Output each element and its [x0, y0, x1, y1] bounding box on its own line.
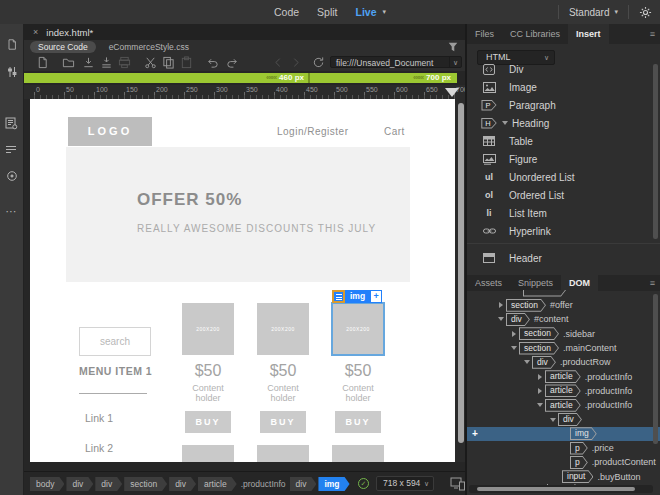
document-size-selector[interactable]: 718 x 594 ∨ [376, 476, 434, 491]
element-display-tag-label[interactable]: img [345, 290, 370, 303]
tag-selector-selected-item[interactable]: img [318, 477, 349, 491]
product-image-placeholder[interactable]: 200X200 [182, 303, 234, 355]
dom-tag-pill[interactable]: article [545, 370, 581, 383]
dom-tag-pill[interactable]: p [570, 456, 588, 469]
back-arrow-icon[interactable] [272, 56, 284, 69]
dom-qualifier[interactable]: .buyButton [597, 472, 640, 482]
dom-qualifier[interactable]: #content [534, 314, 569, 324]
tag-selector-item[interactable]: div [290, 477, 317, 491]
heading-dropdown-caret-icon[interactable] [502, 121, 508, 125]
dom-tag-pill[interactable]: p [570, 442, 588, 455]
sync-settings-gear-icon[interactable] [639, 6, 652, 19]
product-image-placeholder[interactable]: 200X200 [257, 303, 309, 355]
redo-icon[interactable] [226, 56, 239, 69]
element-display-hamburger-icon[interactable] [332, 290, 345, 303]
cut-scissors-icon[interactable] [144, 56, 157, 69]
dom-horizontal-scrollbar-thumb[interactable] [477, 487, 635, 491]
live-view-caret-icon[interactable]: ▾ [383, 8, 387, 16]
close-document-icon[interactable]: × [33, 27, 38, 37]
insert-item-unordered-list[interactable]: ul Unordered List [467, 168, 660, 186]
dom-qualifier[interactable]: #offer [550, 300, 573, 310]
undo-icon[interactable] [206, 56, 219, 69]
expander-collapsed-icon[interactable] [495, 302, 506, 308]
dom-qualifier[interactable]: .price [592, 443, 614, 453]
buy-button[interactable]: BUY [185, 411, 231, 433]
tag-selector-item[interactable]: div [169, 477, 196, 491]
document-tab-title[interactable]: index.html* [46, 27, 93, 38]
insert-item-paragraph[interactable]: P Paragraph [467, 96, 660, 114]
media-query-segment[interactable]: ‹‹‹‹‹‹ 700 px [308, 73, 455, 83]
tab-insert[interactable]: Insert [568, 24, 609, 44]
tab-snippets[interactable]: Snippets [510, 275, 561, 291]
dom-tag-pill[interactable]: section [519, 327, 559, 340]
insert-item-image[interactable]: Image [467, 78, 660, 96]
dom-row-section-sidebar[interactable]: section .sidebar [467, 327, 660, 341]
dom-row-article-productinfo[interactable]: article .productInfo [467, 398, 660, 412]
print-icon[interactable] [118, 56, 131, 69]
code-snippets-icon[interactable] [5, 117, 18, 130]
filter-related-files-icon[interactable] [447, 41, 459, 53]
insert-panel-scrollbar-thumb[interactable] [653, 64, 658, 239]
tab-dom[interactable]: DOM [561, 275, 598, 291]
login-register-link[interactable]: Login/Register [277, 126, 348, 137]
live-view-button[interactable]: Live [356, 6, 377, 18]
buy-button[interactable]: BUY [260, 411, 306, 433]
css-designer-lines-icon[interactable] [6, 145, 17, 155]
dom-tag-pill[interactable]: div [532, 356, 556, 369]
expander-expanded-icon[interactable] [508, 346, 519, 350]
media-query-segment[interactable]: ‹‹‹‹‹‹ 460 px [24, 73, 308, 83]
forward-arrow-icon[interactable] [290, 56, 302, 69]
tag-selector-item[interactable]: section [124, 477, 167, 491]
dom-qualifier[interactable]: .mainContent [563, 343, 617, 353]
insert-item-div[interactable]: Div [467, 60, 660, 78]
dom-panel-scrollbar-thumb[interactable] [653, 294, 658, 444]
expander-expanded-icon[interactable] [521, 360, 532, 364]
dom-row-section-offer[interactable]: section #offer [467, 298, 660, 312]
refresh-icon[interactable] [312, 56, 325, 69]
insert-item-hyperlink[interactable]: Hyperlink [467, 222, 660, 240]
expander-expanded-icon[interactable] [547, 418, 558, 422]
open-folder-icon[interactable] [62, 56, 75, 69]
insert-item-list-item[interactable]: li List Item [467, 204, 660, 222]
insert-item-heading[interactable]: H Heading [467, 114, 660, 132]
buy-button[interactable]: BUY [335, 411, 381, 433]
document-address-bar[interactable]: file:///Unsaved_Document ∨ [330, 56, 462, 68]
insert-before-plus-icon[interactable]: + [472, 428, 478, 439]
tab-files[interactable]: Files [467, 24, 502, 44]
insert-item-figure[interactable]: Figure [467, 150, 660, 168]
tag-selector-item[interactable]: body [30, 477, 64, 491]
panel-menu-icon[interactable]: ≡ [650, 29, 655, 39]
panel-menu-icon[interactable]: ≡ [650, 278, 655, 288]
tab-assets[interactable]: Assets [467, 275, 510, 291]
dom-row-p-productcontent[interactable]: p .productContent [467, 455, 660, 469]
device-preview-icon[interactable] [450, 476, 466, 491]
dom-row-article-productinfo[interactable]: article .productInfo [467, 384, 660, 398]
save-icon[interactable] [82, 56, 95, 69]
address-dropdown-chevron-icon[interactable]: ∨ [449, 57, 458, 68]
insert-item-ordered-list[interactable]: ol Ordered List [467, 186, 660, 204]
dom-tag-pill[interactable]: section [506, 299, 546, 312]
dom-tag-pill[interactable]: article [545, 384, 581, 397]
workspace-switcher[interactable]: Standard ▾ [569, 7, 618, 18]
file-management-sliders-icon[interactable] [6, 66, 18, 78]
tag-selector-item[interactable]: div [95, 477, 122, 491]
cart-link[interactable]: Cart [384, 126, 405, 137]
paste-icon[interactable] [180, 56, 193, 69]
canvas-scrollbar-thumb[interactable] [458, 103, 464, 443]
dom-row-img-selected[interactable]: + img [467, 427, 660, 441]
insert-item-table[interactable]: Table [467, 132, 660, 150]
dom-row-div[interactable]: div [467, 412, 660, 426]
expander-expanded-icon[interactable] [495, 317, 506, 321]
search-input[interactable]: search [79, 327, 151, 356]
dom-qualifier[interactable]: .productInfo [585, 400, 633, 410]
insert-item-header[interactable]: Header [467, 249, 660, 267]
offer-banner-section[interactable]: OFFER 50% REALLY AWESOME DISCOUNTS THIS … [66, 147, 410, 282]
dom-qualifier[interactable]: .sidebar [563, 329, 595, 339]
dom-qualifier[interactable]: .productInfo [585, 372, 633, 382]
sidebar-link-1[interactable]: Link 1 [85, 412, 113, 424]
dom-tag-pill[interactable]: div [506, 313, 530, 326]
split-view-button[interactable]: Split [317, 6, 337, 18]
dom-row-p-price[interactable]: p .price [467, 441, 660, 455]
dom-row-div-content[interactable]: div #content [467, 312, 660, 326]
page-logo[interactable]: LOGO [68, 117, 152, 146]
